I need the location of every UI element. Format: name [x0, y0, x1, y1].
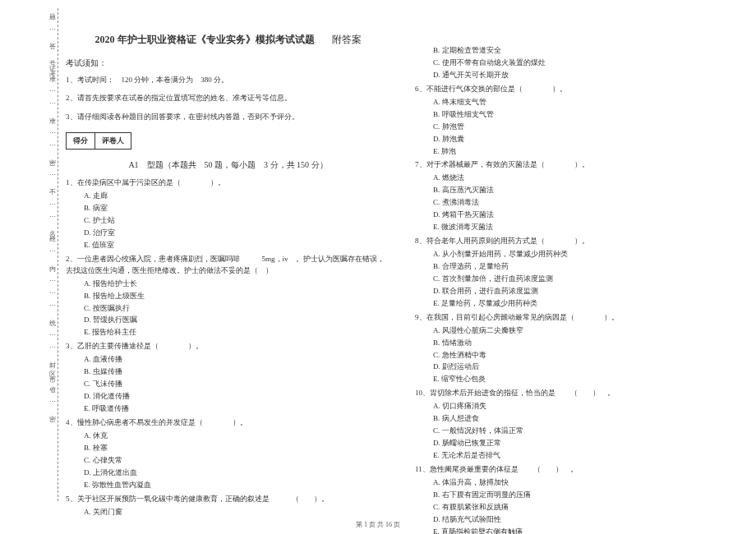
question-options: A. 血液传播B. 虫媒传播C. 飞沫传播D. 消化道传播E. 呼吸道传播: [84, 354, 390, 415]
question-stem: 6、不能进行气体交换的部位是（ ）。: [415, 84, 740, 95]
question-stem: 2、一位患者因心绞痛入院，患者疼痛剧烈，医嘱吗啡 5mg，iv 。护士认为医嘱存…: [66, 254, 390, 277]
instruction-1: 1、考试时间： 120 分钟，本卷满分为 380 分。: [66, 74, 390, 85]
option: A. 报告给护士长: [84, 279, 390, 290]
option: E. 值班室: [84, 240, 390, 251]
option: B. 定期检查管道安全: [433, 45, 740, 57]
question-stem: 9、在我国，目前引起心房颤动最常见的病因是（ ）。: [415, 312, 740, 324]
option: C. 护士站: [84, 215, 390, 227]
question-stem: 1、在传染病区中属于污染区的是（ ）。: [66, 177, 390, 189]
option: D. 联合用药，进行血药浓度监测: [433, 286, 740, 297]
section-a1-heading: A1 型题（本题共 50 题，每小题 3 分，共 150 分）: [66, 159, 390, 171]
option: C. 急性酒精中毒: [433, 350, 740, 361]
option: D. 烤箱干热灭菌法: [433, 209, 740, 221]
option: A. 体温升高，脉搏加快: [433, 477, 740, 489]
question-options: A. 从小剂量开始用药，尽量减少用药种类B. 合理选药，足量给药C. 首次剂量加…: [433, 249, 740, 310]
exam-title: 2020 年护士职业资格证《专业实务》模拟考试试题 附答案: [66, 33, 390, 47]
option: A. 走廊: [84, 191, 390, 202]
option: B. 高压蒸汽灭菌法: [433, 185, 740, 196]
option: D. 剧烈运动后: [433, 361, 740, 373]
option: A. 休克: [84, 430, 390, 442]
option: B. 情绪激动: [433, 338, 740, 349]
page-footer: 第 1 页 共 16 页: [0, 520, 756, 529]
score-cell: 得分: [67, 133, 95, 150]
option: E. 弥散性血管内凝血: [84, 480, 390, 491]
instruction-2: 2、请首先按要求在试卷的指定位置填写您的姓名、准考证号等信息。: [66, 92, 390, 104]
column-left: 2020 年护士职业资格证《专业实务》模拟考试试题 附答案 考试须知： 1、考试…: [66, 8, 390, 534]
option: D. 通气开关可长期开放: [433, 70, 740, 81]
option: B. 报告给上级医生: [84, 291, 390, 302]
question-options: B. 定期检查管道安全C. 使用不带有自动熄火装置的煤灶D. 通气开关可长期开放: [433, 45, 740, 81]
question-options: A. 关闭门窗: [84, 507, 390, 518]
binding-dashed-line: [58, 8, 58, 501]
option: D. 上消化道出血: [84, 467, 390, 479]
option: D. 暂缓执行医嘱: [84, 315, 390, 326]
question-stem: 5、关于社区开展预防一氧化碳中毒的健康教育，正确的叙述是 （ ）。: [66, 494, 390, 505]
question-options: A. 休克B. 栓塞C. 心律失常D. 上消化道出血E. 弥散性血管内凝血: [84, 430, 390, 491]
page-content: 2020 年护士职业资格证《专业实务》模拟考试试题 附答案 考试须知： 1、考试…: [66, 8, 740, 534]
option: C. 一般情况好转，体温正常: [433, 426, 740, 437]
option: E. 缩窄性心包炎: [433, 374, 740, 385]
option: D. 治疗室: [84, 228, 390, 239]
column-right: B. 定期检查管道安全C. 使用不带有自动熄火装置的煤灶D. 通气开关可长期开放…: [415, 8, 740, 534]
question-stem: 3、乙肝的主要传播途径是（ ）。: [66, 341, 390, 352]
option: E. 微波消毒灭菌法: [433, 222, 740, 233]
option: D. 消化道传播: [84, 391, 390, 403]
binding-margin-labels: 题⋯⋯答⋯号证考准⋯⋯⋯准⋯⋯⋯密⋯⋯不⋯⋯⋯名姓⋯⋯内⋯⋯⋯⋯线⋯⋯⋯封）区市…: [45, 8, 55, 415]
option: C. 心律失常: [84, 455, 390, 467]
option: E. 报告给科主任: [84, 327, 390, 338]
option: B. 栓塞: [84, 443, 390, 454]
questions-right-container: B. 定期检查管道安全C. 使用不带有自动熄火装置的煤灶D. 通气开关可长期开放…: [415, 45, 740, 534]
option: C. 肺泡管: [433, 122, 740, 133]
option: E. 呼吸道传播: [84, 403, 390, 415]
question-options: A. 风湿性心脏病二尖瓣狭窄B. 情绪激动C. 急性酒精中毒D. 剧烈运动后E.…: [433, 325, 740, 386]
option: A. 风湿性心脏病二尖瓣狭窄: [433, 325, 740, 337]
option: A. 血液传播: [84, 354, 390, 366]
question-stem: 4、慢性肺心病患者不易发生的并发症是（ ）。: [66, 417, 390, 429]
questions-left-container: 1、在传染病区中属于污染区的是（ ）。A. 走廊B. 病室C. 护士站D. 治疗…: [66, 177, 390, 518]
question-stem: 10、胃切除术后开始进食的指征，恰当的是 （ ） 。: [415, 388, 740, 399]
option: E. 肺泡: [433, 146, 740, 158]
instructions-heading: 考试须知：: [66, 58, 390, 69]
option: D. 肺泡囊: [433, 134, 740, 145]
option: B. 病室: [84, 203, 390, 214]
marker-cell: 评卷人: [95, 133, 131, 150]
option: C. 首次剂量加倍，进行血药浓度监测: [433, 274, 740, 285]
option: A. 燃烧法: [433, 173, 740, 184]
option: A. 关闭门窗: [84, 507, 390, 518]
option: C. 煮沸消毒法: [433, 197, 740, 209]
question-options: A. 燃烧法B. 高压蒸汽灭菌法C. 煮沸消毒法D. 烤箱干热灭菌法E. 微波消…: [433, 173, 740, 233]
question-stem: 8、符合老年人用药原则的用药方式是（ ）。: [415, 236, 740, 247]
option: A. 切口疼痛消失: [433, 401, 740, 412]
option: B. 右下腹有固定而明显的压痛: [433, 490, 740, 501]
question-stem: 11、急性阑尾炎最重要的体征是 （ ） 。: [415, 464, 740, 476]
option: B. 呼吸性细支气管: [433, 109, 740, 121]
option: C. 有腹肌紧张和反跳痛: [433, 502, 740, 513]
option: B. 虫媒传播: [84, 366, 390, 378]
option: C. 使用不带有自动熄火装置的煤灶: [433, 58, 740, 69]
question-options: A. 走廊B. 病室C. 护士站D. 治疗室E. 值班室: [84, 191, 390, 251]
question-options: A. 切口疼痛消失B. 病人想进食C. 一般情况好转，体温正常D. 肠蠕动已恢复…: [433, 401, 740, 462]
title-text: 2020 年护士职业资格证《专业实务》模拟考试试题: [95, 34, 315, 45]
question-options: A. 报告给护士长B. 报告给上级医生C. 按医嘱执行D. 暂缓执行医嘱E. 报…: [84, 279, 390, 339]
option: C. 按医嘱执行: [84, 303, 390, 315]
subtitle-text: 附答案: [332, 34, 362, 45]
option: D. 肠蠕动已恢复正常: [433, 438, 740, 449]
option: A. 终末细支气管: [433, 97, 740, 108]
option: E. 无论术后是否排气: [433, 450, 740, 462]
option: C. 飞沫传播: [84, 379, 390, 390]
option: A. 从小剂量开始用药，尽量减少用药种类: [433, 249, 740, 260]
option: B. 合理选药，足量给药: [433, 261, 740, 273]
option: E. 足量给药，尽量减少用药种类: [433, 298, 740, 310]
instruction-3: 3、请仔细阅读各种题目的回答要求，在密封线内答题，否则不予评分。: [66, 111, 390, 122]
option: B. 病人想进食: [433, 413, 740, 425]
question-options: A. 终末细支气管B. 呼吸性细支气管C. 肺泡管D. 肺泡囊E. 肺泡: [433, 97, 740, 158]
score-table: 得分 评卷人: [66, 132, 131, 150]
question-stem: 7、对于术器械最严，有效的灭菌法是（ ）。: [415, 159, 740, 171]
